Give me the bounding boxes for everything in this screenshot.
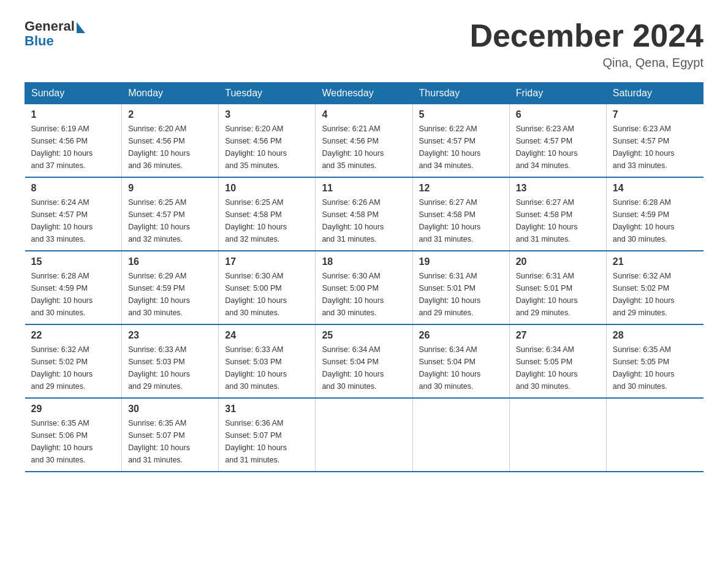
calendar-cell: 29Sunrise: 6:35 AMSunset: 5:06 PMDayligh… <box>25 398 122 472</box>
calendar-week-5: 29Sunrise: 6:35 AMSunset: 5:06 PMDayligh… <box>25 398 703 472</box>
day-info: Sunrise: 6:25 AMSunset: 4:58 PMDaylight:… <box>225 196 309 245</box>
calendar-cell: 10Sunrise: 6:25 AMSunset: 4:58 PMDayligh… <box>219 177 316 251</box>
day-number: 22 <box>31 330 116 341</box>
day-info: Sunrise: 6:32 AMSunset: 5:02 PMDaylight:… <box>613 270 697 319</box>
page-header: General Blue December 2024 Qina, Qena, E… <box>25 18 703 70</box>
calendar-cell: 13Sunrise: 6:27 AMSunset: 4:58 PMDayligh… <box>509 177 606 251</box>
day-info: Sunrise: 6:28 AMSunset: 4:59 PMDaylight:… <box>613 196 697 245</box>
day-number: 6 <box>516 109 600 120</box>
day-number: 11 <box>322 183 406 194</box>
calendar-cell <box>316 398 412 472</box>
weekday-header-saturday: Saturday <box>606 83 703 104</box>
day-info: Sunrise: 6:35 AMSunset: 5:05 PMDaylight:… <box>613 343 697 393</box>
day-info: Sunrise: 6:24 AMSunset: 4:57 PMDaylight:… <box>31 196 116 245</box>
day-number: 5 <box>419 109 503 120</box>
day-number: 26 <box>419 330 503 341</box>
weekday-header-friday: Friday <box>509 83 606 104</box>
day-number: 2 <box>128 109 212 120</box>
calendar-week-4: 22Sunrise: 6:32 AMSunset: 5:02 PMDayligh… <box>25 324 703 398</box>
day-number: 7 <box>613 109 697 120</box>
day-number: 30 <box>128 404 212 415</box>
calendar-cell: 9Sunrise: 6:25 AMSunset: 4:57 PMDaylight… <box>122 177 219 251</box>
calendar-cell <box>509 398 606 472</box>
day-number: 12 <box>419 183 503 194</box>
day-info: Sunrise: 6:30 AMSunset: 5:00 PMDaylight:… <box>225 270 309 319</box>
logo: General Blue <box>25 18 85 49</box>
day-info: Sunrise: 6:35 AMSunset: 5:06 PMDaylight:… <box>31 417 116 466</box>
calendar-cell: 22Sunrise: 6:32 AMSunset: 5:02 PMDayligh… <box>25 324 122 398</box>
calendar-cell: 16Sunrise: 6:29 AMSunset: 4:59 PMDayligh… <box>122 251 219 324</box>
day-number: 4 <box>322 109 406 120</box>
weekday-header-monday: Monday <box>122 83 219 104</box>
calendar-cell: 23Sunrise: 6:33 AMSunset: 5:03 PMDayligh… <box>122 324 219 398</box>
calendar-cell: 4Sunrise: 6:21 AMSunset: 4:56 PMDaylight… <box>316 104 412 178</box>
calendar-cell: 14Sunrise: 6:28 AMSunset: 4:59 PMDayligh… <box>606 177 703 251</box>
day-number: 17 <box>225 256 309 267</box>
day-number: 29 <box>31 404 116 415</box>
calendar-week-1: 1Sunrise: 6:19 AMSunset: 4:56 PMDaylight… <box>25 104 703 178</box>
day-number: 10 <box>225 183 309 194</box>
calendar-cell: 12Sunrise: 6:27 AMSunset: 4:58 PMDayligh… <box>412 177 509 251</box>
day-info: Sunrise: 6:31 AMSunset: 5:01 PMDaylight:… <box>419 270 503 319</box>
calendar-cell: 30Sunrise: 6:35 AMSunset: 5:07 PMDayligh… <box>122 398 219 472</box>
calendar-cell: 11Sunrise: 6:26 AMSunset: 4:58 PMDayligh… <box>316 177 412 251</box>
calendar-cell <box>412 398 509 472</box>
day-number: 25 <box>322 330 406 341</box>
calendar-cell: 28Sunrise: 6:35 AMSunset: 5:05 PMDayligh… <box>606 324 703 398</box>
calendar-cell: 17Sunrise: 6:30 AMSunset: 5:00 PMDayligh… <box>219 251 316 324</box>
day-number: 21 <box>613 256 697 267</box>
day-number: 31 <box>225 404 309 415</box>
calendar-cell: 21Sunrise: 6:32 AMSunset: 5:02 PMDayligh… <box>606 251 703 324</box>
location: Qina, Qena, Egypt <box>469 56 703 70</box>
calendar-cell <box>606 398 703 472</box>
day-info: Sunrise: 6:30 AMSunset: 5:00 PMDaylight:… <box>322 270 406 319</box>
day-number: 16 <box>128 256 212 267</box>
calendar-cell: 20Sunrise: 6:31 AMSunset: 5:01 PMDayligh… <box>509 251 606 324</box>
logo-arrow-icon <box>77 22 85 33</box>
calendar-week-3: 15Sunrise: 6:28 AMSunset: 4:59 PMDayligh… <box>25 251 703 324</box>
calendar-cell: 3Sunrise: 6:20 AMSunset: 4:56 PMDaylight… <box>219 104 316 178</box>
calendar-cell: 15Sunrise: 6:28 AMSunset: 4:59 PMDayligh… <box>25 251 122 324</box>
day-info: Sunrise: 6:34 AMSunset: 5:04 PMDaylight:… <box>419 343 503 393</box>
day-number: 13 <box>516 183 600 194</box>
calendar-cell: 5Sunrise: 6:22 AMSunset: 4:57 PMDaylight… <box>412 104 509 178</box>
calendar-cell: 8Sunrise: 6:24 AMSunset: 4:57 PMDaylight… <box>25 177 122 251</box>
calendar-cell: 1Sunrise: 6:19 AMSunset: 4:56 PMDaylight… <box>25 104 122 178</box>
calendar-cell: 24Sunrise: 6:33 AMSunset: 5:03 PMDayligh… <box>219 324 316 398</box>
weekday-header-sunday: Sunday <box>25 83 122 104</box>
day-info: Sunrise: 6:29 AMSunset: 4:59 PMDaylight:… <box>128 270 212 319</box>
day-number: 18 <box>322 256 406 267</box>
day-number: 20 <box>516 256 600 267</box>
day-number: 9 <box>128 183 212 194</box>
calendar-cell: 6Sunrise: 6:23 AMSunset: 4:57 PMDaylight… <box>509 104 606 178</box>
day-info: Sunrise: 6:20 AMSunset: 4:56 PMDaylight:… <box>128 123 212 172</box>
day-info: Sunrise: 6:28 AMSunset: 4:59 PMDaylight:… <box>31 270 116 319</box>
calendar-cell: 18Sunrise: 6:30 AMSunset: 5:00 PMDayligh… <box>316 251 412 324</box>
calendar-header-row: SundayMondayTuesdayWednesdayThursdayFrid… <box>25 83 703 104</box>
day-info: Sunrise: 6:33 AMSunset: 5:03 PMDaylight:… <box>225 343 309 393</box>
day-info: Sunrise: 6:34 AMSunset: 5:04 PMDaylight:… <box>322 343 406 393</box>
day-number: 28 <box>613 330 697 341</box>
weekday-header-thursday: Thursday <box>412 83 509 104</box>
day-info: Sunrise: 6:32 AMSunset: 5:02 PMDaylight:… <box>31 343 116 393</box>
calendar-cell: 31Sunrise: 6:36 AMSunset: 5:07 PMDayligh… <box>219 398 316 472</box>
day-info: Sunrise: 6:31 AMSunset: 5:01 PMDaylight:… <box>516 270 600 319</box>
calendar-cell: 2Sunrise: 6:20 AMSunset: 4:56 PMDaylight… <box>122 104 219 178</box>
day-info: Sunrise: 6:25 AMSunset: 4:57 PMDaylight:… <box>128 196 212 245</box>
calendar-cell: 19Sunrise: 6:31 AMSunset: 5:01 PMDayligh… <box>412 251 509 324</box>
day-number: 27 <box>516 330 600 341</box>
day-number: 15 <box>31 256 116 267</box>
day-number: 23 <box>128 330 212 341</box>
day-info: Sunrise: 6:21 AMSunset: 4:56 PMDaylight:… <box>322 123 406 172</box>
day-number: 3 <box>225 109 309 120</box>
day-info: Sunrise: 6:26 AMSunset: 4:58 PMDaylight:… <box>322 196 406 245</box>
day-number: 14 <box>613 183 697 194</box>
logo-blue-text: Blue <box>25 33 85 49</box>
day-info: Sunrise: 6:22 AMSunset: 4:57 PMDaylight:… <box>419 123 503 172</box>
day-number: 8 <box>31 183 116 194</box>
day-info: Sunrise: 6:23 AMSunset: 4:57 PMDaylight:… <box>613 123 697 172</box>
weekday-header-wednesday: Wednesday <box>316 83 412 104</box>
calendar-cell: 27Sunrise: 6:34 AMSunset: 5:05 PMDayligh… <box>509 324 606 398</box>
day-info: Sunrise: 6:23 AMSunset: 4:57 PMDaylight:… <box>516 123 600 172</box>
title-block: December 2024 Qina, Qena, Egypt <box>469 18 703 70</box>
